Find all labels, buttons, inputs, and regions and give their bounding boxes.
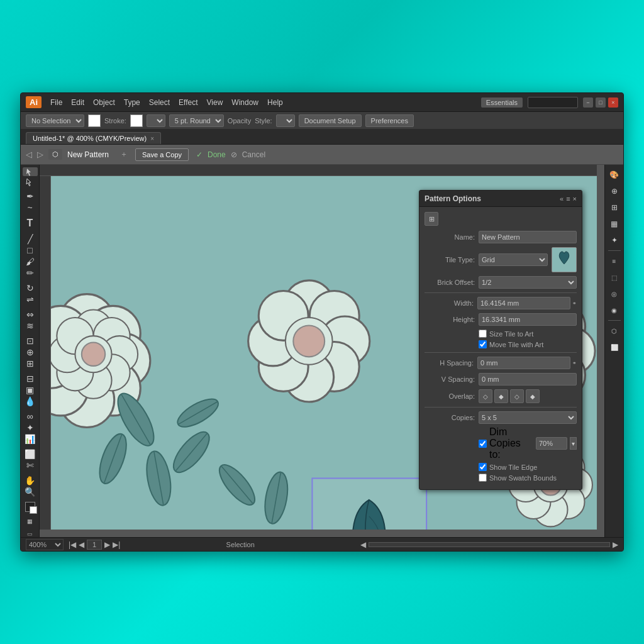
layers-icon[interactable]: ⬡ [607,323,622,338]
tile-type-dropdown[interactable]: Grid [479,253,548,266]
show-swatch-bounds-checkbox[interactable] [479,474,487,482]
panel-close-button[interactable]: × [573,195,577,203]
selection-dropdown[interactable]: No Selection [26,114,84,127]
eyedropper-tool[interactable]: 💧 [23,396,38,406]
reflect-tool[interactable]: ⇌ [23,294,38,304]
brick-offset-dropdown[interactable]: 1/2 [479,276,577,289]
menu-view[interactable]: View [203,97,227,108]
scroll-track-bottom[interactable] [40,530,597,537]
dim-copies-input[interactable] [536,437,567,450]
panel-menu-button[interactable]: ≡ [566,195,570,203]
stroke-panel-icon[interactable]: ⬚ [607,270,622,285]
dim-copies-checkbox[interactable] [479,440,487,448]
next-page-button[interactable]: ▶ [104,540,110,549]
menu-type[interactable]: Type [120,97,144,108]
first-page-button[interactable]: |◀ [69,540,76,549]
document-tab[interactable]: Untitled-1* @ 400% (CMYK/Preview) × [26,132,161,144]
menu-select[interactable]: Select [145,97,174,108]
menu-effect[interactable]: Effect [175,97,201,108]
screen-mode-icon[interactable]: ▭ [27,531,33,537]
save-copy-button[interactable]: Save a Copy [135,148,189,161]
copies-dropdown[interactable]: 5 x 5 [479,411,577,424]
menu-file[interactable]: File [47,97,66,108]
color-mode-button[interactable]: ◈ [21,516,23,527]
fill-color-tool[interactable] [25,502,35,512]
blend-tool[interactable]: ∞ [23,411,38,421]
minimize-button[interactable]: − [583,97,593,108]
artboard-tool[interactable]: ⬜ [23,449,38,459]
swatches-icon[interactable]: ▦ [607,216,622,231]
back-arrow-icon[interactable]: ◁ [26,150,32,159]
show-swatch-bounds-label[interactable]: Show Swatch Bounds [489,474,557,482]
overlap-btn-2[interactable]: ◆ [494,389,508,403]
color-panel-icon[interactable]: 🎨 [607,167,622,182]
stroke-weight-dropdown[interactable] [147,114,165,127]
close-button[interactable]: × [608,97,618,108]
size-tile-checkbox[interactable] [479,330,487,338]
warp-tool[interactable]: ≋ [23,321,38,331]
overlap-btn-4[interactable]: ◆ [526,389,540,403]
line-tool[interactable]: ╱ [23,234,38,244]
forward-arrow-icon[interactable]: ▷ [37,150,43,159]
fill-swatch[interactable] [88,114,101,127]
height-input[interactable] [479,313,577,326]
last-page-button[interactable]: ▶| [113,540,120,549]
essentials-dropdown[interactable]: Essentials [481,97,523,108]
selection-tool[interactable] [23,167,38,176]
h-spacing-input[interactable] [477,357,570,369]
pen-tool[interactable]: ✒ [23,191,38,201]
mesh-tool[interactable]: ⊟ [23,374,38,384]
page-number-input[interactable] [87,540,102,550]
menu-object[interactable]: Object [89,97,119,108]
rectangle-tool[interactable]: □ [23,245,38,255]
shape-builder-tool[interactable]: ⊕ [23,347,38,357]
zoom-tool[interactable]: 🔍 [23,487,38,497]
symbols-icon[interactable]: ✦ [607,233,622,248]
preferences-button[interactable]: Preferences [365,114,414,127]
menu-window[interactable]: Window [228,97,262,108]
style-dropdown[interactable] [276,114,295,127]
direct-selection-tool[interactable] [23,177,38,186]
transform-icon[interactable]: ⊞ [607,200,622,215]
slice-tool[interactable]: ✄ [23,460,38,470]
free-transform-tool[interactable]: ⊡ [23,336,38,346]
rotate-tool[interactable]: ↻ [23,283,38,293]
navigator-icon[interactable]: ⊕ [607,184,622,199]
paintbrush-tool[interactable]: 🖌 [23,257,38,267]
overlap-btn-1[interactable]: ◇ [479,389,492,403]
menu-edit[interactable]: Edit [67,97,88,108]
scroll-progress-bar[interactable] [369,542,610,547]
appearance-icon[interactable]: ◎ [607,286,622,301]
width-input[interactable] [477,297,570,309]
name-input[interactable] [479,231,577,243]
symbol-sprayer-tool[interactable]: ✦ [23,423,38,433]
v-spacing-input[interactable] [479,373,577,386]
pencil-tool[interactable]: ✏ [23,268,38,278]
scroll-track-right[interactable] [597,165,604,537]
stroke-swatch[interactable] [130,114,143,127]
menu-help[interactable]: Help [264,97,287,108]
hand-tool[interactable]: ✋ [23,475,38,486]
cancel-button[interactable]: Cancel [242,150,265,159]
curvature-tool[interactable]: ~ [23,203,38,213]
move-tile-checkbox[interactable] [479,340,487,348]
size-tile-label[interactable]: Size Tile to Art [489,330,533,338]
overlap-btn-3[interactable]: ◇ [510,389,524,403]
type-tool[interactable]: T [23,218,38,229]
column-graph-tool[interactable]: 📊 [23,434,38,444]
dim-copies-arrow[interactable]: ▾ [570,437,577,450]
panel-collapse-button[interactable]: « [560,195,564,203]
gradient-fill-button[interactable]: ▦ [25,516,36,527]
document-setup-button[interactable]: Document Setup [299,114,362,127]
panel-arrange-button[interactable]: ⊞ [425,212,438,226]
gradient-tool[interactable]: ▣ [23,385,38,395]
restore-button[interactable]: □ [596,97,606,108]
show-tile-edge-label[interactable]: Show Tile Edge [489,464,537,471]
search-input[interactable] [528,97,578,108]
brush-style-dropdown[interactable]: 5 pt. Round [169,114,224,127]
status-right-arrow[interactable]: ▶ [613,540,618,549]
width-tool[interactable]: ⇔ [23,309,38,319]
zoom-select[interactable]: 400% [26,539,64,550]
perspective-grid-tool[interactable]: ⊞ [23,358,38,369]
move-tile-label[interactable]: Move Tile with Art [489,341,543,348]
